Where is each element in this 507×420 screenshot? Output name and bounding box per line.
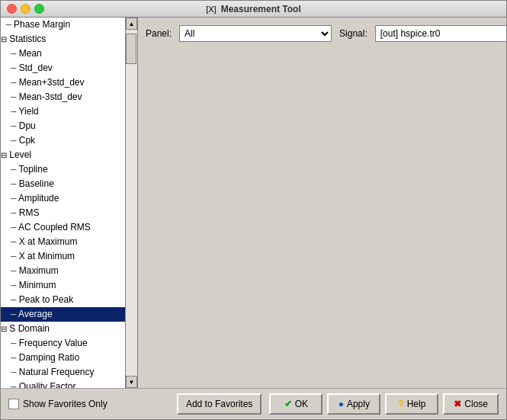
help-button[interactable]: ? Help <box>385 393 438 415</box>
tree-item-mean-minus[interactable]: ─ Mean-3std_dev <box>1 90 125 104</box>
scroll-up-arrow[interactable]: ▲ <box>126 18 137 30</box>
tree-item-statistics[interactable]: ⊟ Statistics <box>1 32 125 46</box>
window-controls <box>7 4 44 14</box>
main-content: ─ Phase Margin⊟ Statistics ─ Mean ─ Std_… <box>1 18 506 388</box>
close-label: Close <box>464 399 488 409</box>
tree-item-topline[interactable]: ─ Topline <box>1 162 125 177</box>
help-label: Help <box>407 399 426 409</box>
tree-item-average[interactable]: ─ Average <box>1 307 125 322</box>
tree-item-peak-to-peak[interactable]: ─ Peak to Peak <box>1 293 125 307</box>
window-title: Measurement Tool <box>221 4 301 14</box>
vertical-scrollbar[interactable]: ▲ ▼ <box>125 18 137 388</box>
apply-label: Apply <box>347 399 370 409</box>
tree-list[interactable]: ─ Phase Margin⊟ Statistics ─ Mean ─ Std_… <box>1 18 125 388</box>
tree-scroll-container: ─ Phase Margin⊟ Statistics ─ Mean ─ Std_… <box>1 18 137 388</box>
main-window: [X] Measurement Tool ─ Phase Margin⊟ Sta… <box>0 0 507 420</box>
tree-item-yield[interactable]: ─ Yield <box>1 104 125 119</box>
tree-item-phase-margin[interactable]: ─ Phase Margin <box>1 18 125 32</box>
tree-item-damping-ratio[interactable]: ─ Damping Ratio <box>1 351 125 365</box>
apply-button[interactable]: ● Apply <box>327 393 380 415</box>
tree-item-freq-value[interactable]: ─ Frequency Value <box>1 336 125 351</box>
show-favorites-label: Show Favorites Only <box>23 399 107 409</box>
tree-item-x-at-max[interactable]: ─ X at Maximum <box>1 235 125 249</box>
scroll-track[interactable] <box>126 30 137 376</box>
title-icon: [X] <box>206 5 216 14</box>
right-panel: Panel: All Signal: [out] hspice.tr0 <box>138 18 506 388</box>
tree-item-mean[interactable]: ─ Mean <box>1 46 125 61</box>
add-to-favorites-button[interactable]: Add to Favorites <box>177 393 262 415</box>
panel-label: Panel: <box>146 28 172 39</box>
signal-select[interactable]: [out] hspice.tr0 <box>375 25 506 42</box>
signal-label: Signal: <box>339 28 367 39</box>
scroll-down-arrow[interactable]: ▼ <box>126 376 137 388</box>
tree-item-ac-coupled[interactable]: ─ AC Coupled RMS <box>1 220 125 235</box>
tree-item-std-dev[interactable]: ─ Std_dev <box>1 61 125 75</box>
bottom-bar: Show Favorites Only Add to Favorites ✔ O… <box>1 388 506 419</box>
tree-item-level[interactable]: ⊟ Level <box>1 148 125 162</box>
scroll-thumb[interactable] <box>126 34 136 64</box>
tree-item-x-at-min[interactable]: ─ X at Minimum <box>1 249 125 264</box>
maximize-window-button[interactable] <box>34 4 44 14</box>
tree-item-natural-freq[interactable]: ─ Natural Frequency <box>1 365 125 380</box>
tree-item-quality-factor[interactable]: ─ Quality Factor <box>1 380 125 388</box>
title-bar: [X] Measurement Tool <box>1 1 506 18</box>
tree-item-cpk[interactable]: ─ Cpk <box>1 133 125 148</box>
close-button[interactable]: ✖ Close <box>443 393 499 415</box>
tree-item-minimum[interactable]: ─ Minimum <box>1 278 125 293</box>
tree-panel: ─ Phase Margin⊟ Statistics ─ Mean ─ Std_… <box>1 18 138 388</box>
tree-item-mean-plus[interactable]: ─ Mean+3std_dev <box>1 75 125 90</box>
close-icon: ✖ <box>454 399 461 409</box>
tree-item-amplitude[interactable]: ─ Amplitude <box>1 191 125 206</box>
ok-label: OK <box>295 399 308 409</box>
tree-item-rms[interactable]: ─ RMS <box>1 206 125 220</box>
panel-signal-row: Panel: All Signal: [out] hspice.tr0 <box>146 25 506 42</box>
help-icon: ? <box>398 399 403 409</box>
show-favorites-section: Show Favorites Only <box>8 399 177 409</box>
apply-icon: ● <box>339 399 344 409</box>
ok-button[interactable]: ✔ OK <box>269 393 322 415</box>
tree-item-maximum[interactable]: ─ Maximum <box>1 264 125 278</box>
tree-item-dpu[interactable]: ─ Dpu <box>1 119 125 133</box>
tree-item-s-domain[interactable]: ⊟ S Domain <box>1 322 125 336</box>
show-favorites-checkbox[interactable] <box>8 399 19 409</box>
close-window-button[interactable] <box>7 4 17 14</box>
panel-select[interactable]: All <box>179 25 332 42</box>
tree-item-baseline[interactable]: ─ Baseline <box>1 177 125 191</box>
minimize-window-button[interactable] <box>21 4 30 14</box>
action-buttons: ✔ OK ● Apply ? Help ✖ Close <box>269 393 499 415</box>
ok-icon: ✔ <box>284 399 292 409</box>
